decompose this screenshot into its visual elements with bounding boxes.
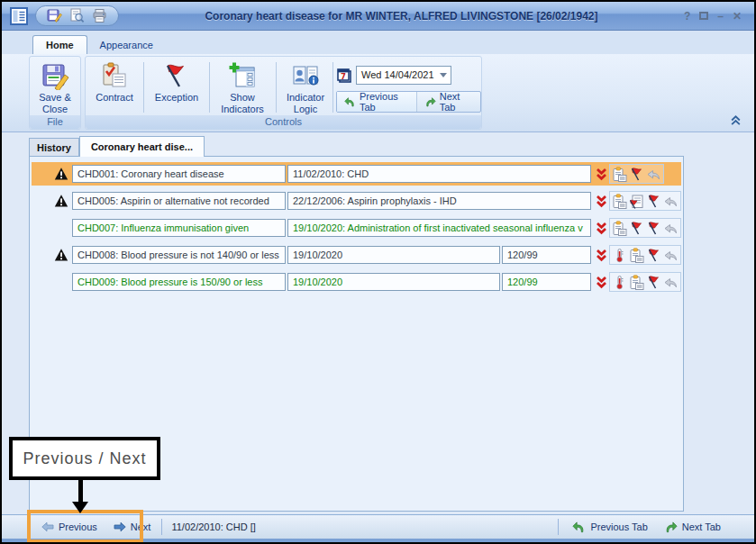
save-close-button[interactable]: Save & Close [28,60,82,114]
status-bar: Previous Next 11/02/2010: CHD [] Previou… [2,514,754,539]
ribbon-separator [332,62,333,113]
copy-icon[interactable] [612,194,627,209]
undo-icon[interactable] [663,275,679,290]
indicator-detail-field[interactable]: 19/10/2020 [287,246,500,264]
close-button[interactable]: ✕ [733,10,742,23]
save-close-label: Save & Close [39,92,70,114]
indicator-name-field[interactable]: CHD009: Blood pressure is 150/90 or less [72,273,286,291]
indicator-rows: CHD001: Coronary heart disease11/02/2010… [30,162,683,297]
save-icon[interactable] [47,8,62,23]
copy-icon[interactable] [629,248,644,263]
indicator-detail-field[interactable]: 22/12/2006: Aspirin prophylaxis - IHD [287,192,591,210]
flag-doc-icon[interactable] [629,194,644,209]
indicator-row[interactable]: CHD008: Blood pressure is not 140/90 or … [32,243,681,267]
help-button[interactable]: ? [684,10,690,23]
show-indicators-button[interactable]: Show Indicators [212,60,273,114]
flag-icon[interactable] [646,248,661,263]
date-field[interactable]: Wed 14/04/2021 [356,66,451,85]
tab-coronary-heart-disease[interactable]: Coronary heart dise... [79,136,205,157]
indicator-name-field[interactable]: CHD005: Aspirin or alternative not recor… [72,192,286,210]
contract-icon [100,61,129,90]
ribbon-tab-strip: Home Appearance [2,31,754,54]
status-next-tab-button[interactable]: Next Tab [656,521,729,534]
status-previous-tab-button[interactable]: Previous Tab [564,521,655,534]
row-action-icons [609,218,681,238]
undo-icon[interactable] [646,167,661,182]
ribbon: Save & Close File Contract [2,54,754,132]
indicator-value-field[interactable]: 120/99 [502,246,591,264]
indicator-name-field[interactable]: CHD008: Blood pressure is not 140/90 or … [72,246,286,264]
flag-icon[interactable] [646,275,661,290]
undo-icon[interactable] [663,221,679,236]
indicator-name-field[interactable]: CHD007: Influenza immunisation given [72,219,286,237]
flag-icon[interactable] [646,194,661,209]
indicator-detail-field[interactable]: 19/10/2020: Administration of first inac… [287,219,591,237]
window-bottom-edge [2,539,754,542]
previous-tab-icon [344,95,356,109]
ribbon-tab-appearance[interactable]: Appearance [87,36,166,54]
annotation-arrow [78,480,83,502]
next-arrow-icon [114,521,126,532]
flag-icon[interactable] [629,221,644,236]
expand-chevron-icon[interactable] [596,168,607,181]
copy-icon[interactable] [612,167,627,182]
thermometer-icon[interactable] [612,248,627,263]
window-controls: ? – ✕ [684,10,742,23]
previous-tab-label: Previous Tab [360,91,409,113]
indicator-row[interactable]: CHD001: Coronary heart disease11/02/2010… [32,162,681,186]
next-tab-button[interactable]: Next Tab [417,92,480,112]
restore-button[interactable] [699,12,708,20]
indicator-logic-button[interactable]: Indicator Logic [278,60,333,114]
show-indicators-icon [228,61,257,90]
indicator-value-field[interactable]: 120/99 [502,273,591,291]
app-icon[interactable] [10,7,28,25]
tab-history[interactable]: History [29,138,79,157]
row-action-icons [609,164,664,184]
indicator-name-field[interactable]: CHD001: Coronary heart disease [72,165,286,183]
page-tab-strip: History Coronary heart dise... [29,135,205,157]
print-preview-icon[interactable] [69,8,85,23]
previous-tab-button[interactable]: Previous Tab [337,92,417,112]
indicator-row[interactable]: CHD007: Influenza immunisation given19/1… [32,216,681,240]
date-value: Wed 14/04/2021 [361,69,434,80]
copy-icon[interactable] [612,221,627,236]
expand-chevron-icon[interactable] [596,195,607,208]
previous-button[interactable]: Previous [36,520,103,534]
warning-icon [54,248,68,262]
svg-text:7: 7 [341,71,346,80]
undo-icon[interactable] [663,194,679,209]
row-action-icons [609,272,681,292]
next-button[interactable]: Next [108,520,157,534]
exception-label: Exception [155,92,198,103]
ribbon-group-label-file: File [30,115,80,129]
dropdown-arrow-icon[interactable] [440,73,447,77]
indicator-row[interactable]: CHD005: Aspirin or alternative not recor… [32,189,681,213]
ribbon-separator [276,62,277,113]
ribbon-tab-home[interactable]: Home [32,35,87,54]
expand-chevron-icon[interactable] [596,222,607,235]
exception-button[interactable]: Exception [147,60,206,114]
thermometer-icon[interactable] [612,275,627,290]
flag-icon[interactable] [646,221,661,236]
flag-icon[interactable] [629,167,644,182]
ribbon-tab-nav: Previous Tab Next Tab [336,91,481,113]
print-icon[interactable] [92,8,107,23]
status-nav: Previous Next [36,520,156,534]
warning-icon [54,194,68,208]
expand-chevron-icon[interactable] [596,249,607,262]
minimize-button[interactable]: – [717,10,724,23]
contract-button[interactable]: Contract [87,60,141,114]
row-action-icons [609,191,681,211]
application-window: Coronary heart disease for MR WINTER, AL… [0,0,756,544]
expand-chevron-icon[interactable] [596,276,607,289]
indicator-detail-field[interactable]: 19/10/2020 [287,273,500,291]
indicator-row[interactable]: CHD009: Blood pressure is 150/90 or less… [32,270,681,294]
ribbon-group-label-controls: Controls [86,115,481,129]
status-message: 11/02/2010: CHD [] [171,521,255,532]
ribbon-collapse-icon[interactable] [730,114,742,126]
ribbon-group-controls: Contract Exception [85,56,482,130]
next-tab-icon [424,95,436,109]
copy-icon[interactable] [629,275,644,290]
undo-icon[interactable] [663,248,679,263]
indicator-detail-field[interactable]: 11/02/2010: CHD [287,165,591,183]
